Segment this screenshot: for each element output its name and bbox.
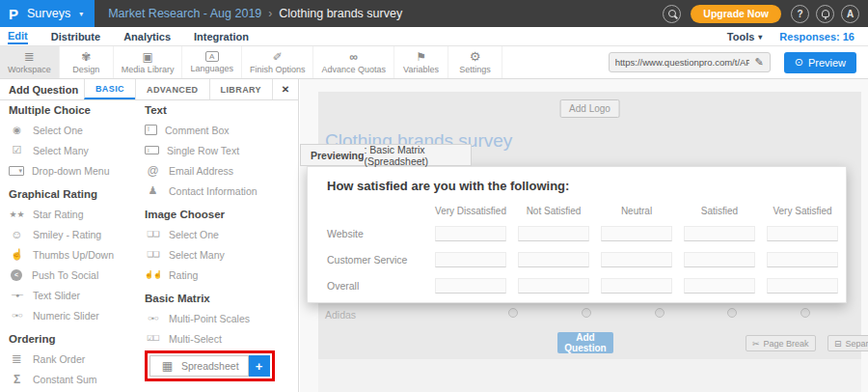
toolbar-label: Advance Quotas — [321, 65, 386, 74]
surveys-menu[interactable]: P Surveys ▾ — [0, 0, 95, 27]
tab-integration[interactable]: Integration — [194, 29, 249, 43]
toolbar-item-settings[interactable]: Settings — [448, 46, 502, 78]
top-bar: P Surveys ▾ Market Research - Aug 2019 ›… — [0, 0, 868, 27]
qtype-spreadsheet-highlighted[interactable]: Spreadsheet + — [145, 350, 275, 381]
tab-library[interactable]: LIBRARY — [209, 79, 272, 99]
notifications-button[interactable] — [816, 5, 834, 23]
qtype-dropdown-menu[interactable]: Drop-down Menu — [9, 160, 136, 181]
qtype-select-one[interactable]: Select One — [9, 120, 136, 140]
toolbar-label: Finish Options — [250, 65, 306, 74]
toolbar-item-workspace[interactable]: Workspace — [0, 46, 60, 78]
radio-option[interactable] — [582, 308, 591, 318]
qtype-label: Multi-Select — [169, 333, 222, 345]
qtype-select-many[interactable]: Select Many — [9, 140, 136, 160]
section-heading: Text — [145, 104, 291, 120]
responses-link[interactable]: Responses: 16 — [779, 31, 854, 42]
section-heading: Graphical Rating — [9, 188, 136, 204]
breadcrumb-folder[interactable]: Market Research - Aug 2019 — [108, 7, 261, 20]
radio-option[interactable] — [508, 308, 518, 318]
qtype-thumbs-up-down[interactable]: Thumbs Up/Down — [9, 244, 136, 265]
matrix-cell-input[interactable] — [767, 278, 838, 294]
page-break-button[interactable]: Page Break — [746, 335, 816, 351]
matrix-cell-input[interactable] — [684, 252, 755, 267]
dropdown-box-icon — [9, 166, 24, 176]
avatar[interactable]: A — [841, 5, 859, 23]
share-icon — [11, 269, 22, 281]
numbered-list-icon — [9, 351, 25, 366]
qtype-multi-point-scales[interactable]: Multi-Point Scales — [145, 308, 291, 328]
panel-column-right: Text Comment Box Single Row Text Email A… — [145, 100, 291, 381]
matrix-cell-input[interactable] — [518, 226, 589, 241]
qtype-label: Constant Sum — [33, 374, 97, 385]
matrix-cell-input[interactable] — [684, 278, 755, 294]
radio-option[interactable] — [655, 308, 665, 318]
qtype-constant-sum[interactable]: Constant Sum — [9, 369, 136, 389]
eye-icon — [795, 56, 803, 69]
matrix-cell-input[interactable] — [601, 278, 672, 294]
toolbar-item-design[interactable]: Design — [60, 46, 114, 78]
tab-edit[interactable]: Edit — [8, 28, 28, 44]
qtype-text-slider[interactable]: Text Slider — [9, 285, 136, 305]
qtype-push-to-social[interactable]: Push To Social — [9, 265, 136, 285]
matrix-cell-input[interactable] — [435, 226, 506, 241]
tab-basic[interactable]: BASIC — [84, 79, 135, 99]
qtype-star-rating[interactable]: Star Rating — [9, 204, 136, 224]
qtype-comment-box[interactable]: Comment Box — [145, 120, 291, 140]
matrix-cell-input[interactable] — [684, 226, 755, 241]
page-bottom-area — [318, 359, 861, 392]
add-spreadsheet-button[interactable]: + — [249, 355, 270, 377]
matrix-cell-input[interactable] — [518, 252, 589, 267]
radio-option[interactable] — [727, 308, 737, 318]
matrix-cell-input[interactable] — [435, 278, 506, 294]
edit-url-pencil-icon[interactable] — [754, 56, 763, 69]
toolbar-item-languages[interactable]: Languages — [182, 46, 242, 78]
matrix-cell-input[interactable] — [767, 252, 838, 267]
qtype-image-select-one[interactable]: Select One — [145, 224, 291, 244]
tab-analytics[interactable]: Analytics — [123, 29, 171, 43]
qtype-image-rating[interactable]: Rating — [145, 265, 291, 285]
toolbar-item-finish-options[interactable]: Finish Options — [242, 46, 314, 78]
matrix-cell-input[interactable] — [601, 252, 672, 267]
magic-wand-icon — [273, 50, 283, 63]
qtype-spreadsheet[interactable]: Spreadsheet — [149, 355, 249, 377]
qtype-email-address[interactable]: Email Address — [145, 160, 291, 181]
help-button[interactable]: ? — [791, 5, 809, 23]
matrix-column-header: Not Satisfied — [512, 206, 595, 216]
search-button[interactable] — [663, 5, 681, 23]
palette-icon — [81, 50, 91, 63]
survey-url-input[interactable] — [615, 57, 750, 68]
qtype-label: Multi-Point Scales — [169, 313, 250, 324]
matrix-cell-input[interactable] — [767, 226, 838, 241]
qtype-numeric-slider[interactable]: Numeric Slider — [9, 305, 136, 325]
qtype-image-select-many[interactable]: Select Many — [145, 244, 291, 265]
tab-advanced[interactable]: ADVANCED — [135, 79, 209, 99]
qtype-label: Select Many — [33, 145, 89, 156]
radio-option[interactable] — [800, 308, 810, 318]
qtype-smiley-rating[interactable]: Smiley - Rating — [9, 224, 136, 244]
questionpro-logo[interactable]: P — [9, 6, 18, 22]
separator-button[interactable]: Separator — [827, 335, 868, 351]
add-question-panel-header: Add Question BASIC ADVANCED LIBRARY — [0, 79, 298, 100]
topbar-actions: Upgrade Now ? A — [663, 5, 868, 23]
qtype-contact-information[interactable]: Contact Information — [145, 181, 291, 201]
qtype-rank-order[interactable]: Rank Order — [9, 349, 136, 369]
preview-button[interactable]: Preview — [784, 52, 856, 73]
matrix-cell-input[interactable] — [601, 226, 672, 241]
radio-stack-icon — [9, 125, 25, 135]
comment-box-icon — [145, 125, 157, 135]
tools-menu[interactable]: Tools▾ — [727, 31, 763, 42]
tab-distribute[interactable]: Distribute — [51, 29, 100, 43]
qtype-label: Numeric Slider — [33, 310, 99, 322]
qtype-multi-select[interactable]: Multi-Select — [145, 328, 291, 349]
add-logo-button[interactable]: Add Logo — [559, 99, 620, 118]
toolbar-item-media-library[interactable]: Media Library — [114, 46, 183, 78]
upgrade-now-button[interactable]: Upgrade Now — [691, 5, 781, 23]
matrix-cell-input[interactable] — [435, 252, 506, 267]
toolbar-item-advance-quotas[interactable]: Advance Quotas — [313, 46, 394, 78]
matrix-cell-input[interactable] — [518, 278, 589, 294]
section-heading: Multiple Choice — [9, 104, 136, 120]
close-icon[interactable] — [272, 79, 298, 99]
qtype-single-row-text[interactable]: Single Row Text — [145, 140, 291, 160]
toolbar-item-variables[interactable]: Variables — [394, 46, 448, 78]
add-question-button[interactable]: Add Question — [557, 332, 613, 353]
